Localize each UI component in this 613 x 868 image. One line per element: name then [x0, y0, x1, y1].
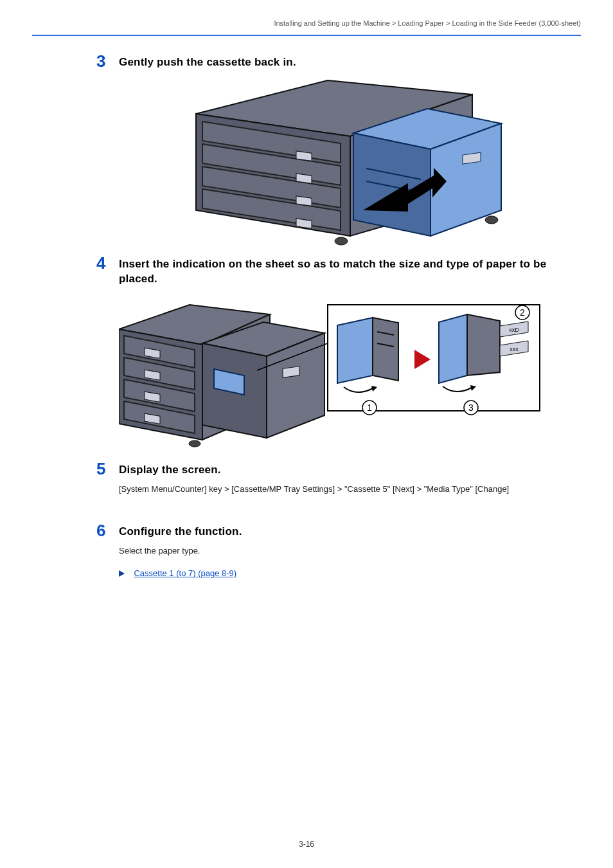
svg-marker-39 — [337, 318, 373, 383]
svg-marker-40 — [373, 318, 398, 381]
svg-point-18 — [485, 216, 498, 224]
step-number-3: 3 — [96, 51, 105, 71]
step-number-6: 6 — [96, 521, 105, 541]
header-divider — [32, 35, 581, 36]
illustration-indication-sheet: 1 xxD xxx — [119, 292, 581, 456]
header-breadcrumb: Installing and Setting up the Machine > … — [274, 19, 581, 27]
svg-text:xxD: xxD — [509, 327, 519, 333]
page-number: 3-16 — [0, 840, 613, 849]
svg-point-11 — [335, 237, 348, 245]
step-title-4: Insert the indication on the sheet so as… — [119, 257, 581, 287]
cassette-link[interactable]: Cassette 1 (to 7) (page 8-9) — [134, 568, 236, 578]
step-title-6: Configure the function. — [119, 525, 581, 539]
link-arrow-icon — [119, 570, 125, 577]
svg-text:3: 3 — [468, 402, 474, 413]
illustration-push-cassette — [119, 75, 581, 258]
svg-rect-35 — [283, 366, 299, 378]
step-5-path: [System Menu/Counter] key > [Cassette/MP… — [119, 484, 581, 494]
svg-marker-47 — [439, 314, 467, 383]
svg-text:2: 2 — [520, 307, 525, 318]
step-6-body: Select the paper type. — [119, 546, 581, 556]
step-number-4: 4 — [96, 253, 105, 273]
svg-text:xxx: xxx — [510, 346, 519, 352]
step-title-5: Display the screen. — [119, 463, 581, 478]
step-number-5: 5 — [96, 459, 105, 479]
step-title-3: Gently push the cassette back in. — [119, 55, 581, 70]
svg-point-36 — [189, 440, 200, 447]
svg-text:1: 1 — [367, 402, 372, 413]
svg-marker-48 — [467, 314, 500, 375]
